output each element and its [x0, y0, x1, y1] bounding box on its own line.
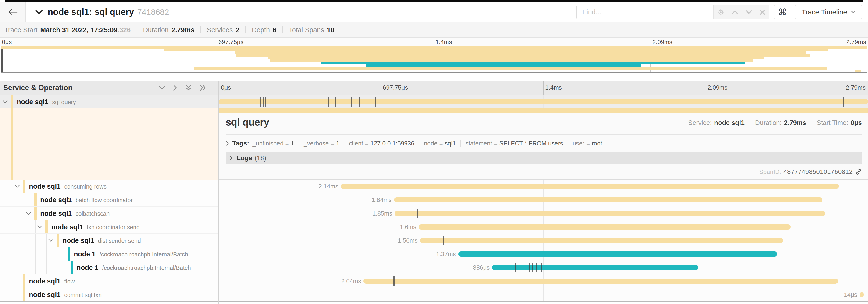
log-marker[interactable]: [260, 97, 261, 107]
log-marker[interactable]: [541, 263, 542, 272]
column-resizer-grip[interactable]: [213, 85, 215, 91]
log-marker[interactable]: [335, 97, 336, 107]
log-marker[interactable]: [264, 97, 264, 107]
row-collapse-chevron-icon[interactable]: [2, 100, 8, 104]
span-bar[interactable]: [219, 99, 868, 104]
span-bar[interactable]: [420, 238, 783, 243]
span-bar[interactable]: [418, 224, 791, 230]
span-bar[interactable]: [364, 278, 838, 284]
log-marker[interactable]: [394, 276, 395, 286]
span-tree-row[interactable]: node 1/cockroach.roachpb.Internal/Batch: [0, 247, 218, 261]
row-collapse-chevron-icon[interactable]: [48, 239, 54, 242]
span-tree-row[interactable]: node 1/cockroach.roachpb.Internal/Batch: [0, 261, 218, 274]
span-bar[interactable]: [492, 265, 699, 270]
collapse-trace-chevron-icon[interactable]: [35, 9, 43, 15]
span-tree-row[interactable]: node sql1batch flow coordinator: [0, 193, 218, 207]
log-marker[interactable]: [367, 276, 367, 286]
back-button[interactable]: [0, 2, 26, 22]
indent-guide: [24, 234, 24, 247]
log-marker[interactable]: [690, 263, 690, 272]
log-marker[interactable]: [393, 276, 394, 286]
log-marker[interactable]: [696, 263, 696, 272]
timeline-root-row[interactable]: [219, 95, 868, 108]
log-marker[interactable]: [238, 97, 238, 107]
span-bar[interactable]: [860, 292, 864, 297]
stat-item: Depth6: [252, 26, 277, 34]
deep-link-icon[interactable]: [855, 168, 862, 175]
log-marker[interactable]: [443, 236, 444, 245]
log-marker[interactable]: [223, 97, 223, 107]
focus-match-icon[interactable]: [717, 9, 724, 15]
log-marker[interactable]: [846, 97, 846, 107]
log-marker[interactable]: [522, 263, 522, 272]
log-marker[interactable]: [252, 97, 252, 107]
panel-divider[interactable]: [218, 80, 219, 304]
tags-row[interactable]: Tags: _unfinished=1_verbose=1client=127.…: [226, 137, 862, 150]
row-collapse-chevron-icon[interactable]: [26, 211, 31, 215]
log-marker[interactable]: [583, 263, 584, 272]
expand-one-icon[interactable]: [173, 84, 178, 91]
minimap-left-handle[interactable]: [1, 46, 3, 72]
span-tree-row[interactable]: node sql1consuming rows: [0, 179, 218, 193]
log-marker[interactable]: [372, 276, 372, 286]
span-tree-row[interactable]: node sql1colbatchscan: [0, 207, 218, 220]
log-marker[interactable]: [837, 276, 837, 286]
service-color-accent: [57, 234, 59, 247]
span-bar[interactable]: [395, 211, 825, 216]
log-marker[interactable]: [536, 263, 536, 272]
keyboard-shortcuts-button[interactable]: ⌘: [774, 5, 790, 20]
log-marker[interactable]: [351, 97, 351, 107]
span-bar[interactable]: [341, 184, 839, 189]
timeline-span-row[interactable]: 2.14ms: [219, 179, 868, 193]
prev-result-icon[interactable]: [731, 10, 738, 14]
minimap-canvas[interactable]: [1, 46, 867, 73]
log-marker[interactable]: [843, 97, 844, 107]
find-input[interactable]: [577, 5, 713, 19]
log-marker[interactable]: [417, 208, 418, 218]
log-marker[interactable]: [498, 263, 498, 272]
span-tree-row[interactable]: node sql1dist sender send: [0, 234, 218, 247]
timeline-span-row[interactable]: 1.84ms: [219, 193, 868, 207]
log-marker[interactable]: [331, 97, 332, 107]
log-marker[interactable]: [334, 97, 334, 107]
log-marker[interactable]: [455, 236, 456, 245]
span-bar[interactable]: [394, 197, 823, 202]
log-marker[interactable]: [532, 263, 533, 272]
log-marker[interactable]: [529, 263, 530, 272]
log-marker[interactable]: [265, 97, 266, 107]
row-collapse-chevron-icon[interactable]: [37, 225, 42, 229]
span-tree-row[interactable]: node sql1txn coordinator send: [0, 220, 218, 234]
timeline-span-row[interactable]: 14μs: [219, 288, 868, 301]
next-result-icon[interactable]: [745, 10, 752, 14]
service-operation-header: Service & Operation: [0, 80, 218, 95]
span-tree-root-row[interactable]: node sql1sql query: [0, 95, 218, 108]
log-marker[interactable]: [360, 97, 360, 107]
span-tree-row[interactable]: node sql1sql query: [0, 95, 218, 108]
timeline-span-row[interactable]: 1.56ms: [219, 234, 868, 247]
timeline-span-row[interactable]: [219, 95, 868, 108]
log-marker[interactable]: [427, 236, 427, 245]
indent-guide: [13, 193, 13, 206]
view-selector-button[interactable]: Trace Timeline: [795, 5, 862, 20]
timeline-span-row[interactable]: 886μs: [219, 261, 868, 274]
logs-row[interactable]: Logs (18): [226, 152, 862, 164]
timeline-span-row[interactable]: 1.37ms: [219, 247, 868, 261]
log-marker[interactable]: [515, 263, 516, 272]
timeline-span-row[interactable]: 2.04ms: [219, 274, 868, 288]
clear-search-icon[interactable]: [760, 9, 766, 15]
expand-all-icon[interactable]: [199, 84, 207, 91]
row-collapse-chevron-icon[interactable]: [14, 184, 20, 188]
collapse-all-icon[interactable]: [185, 84, 192, 91]
gridline: [543, 80, 544, 95]
timeline-span-row[interactable]: 1.85ms: [219, 207, 868, 220]
log-marker[interactable]: [326, 97, 326, 107]
collapse-one-icon[interactable]: [158, 86, 165, 90]
span-tree-row[interactable]: node sql1commit sql txn: [0, 288, 218, 301]
log-marker[interactable]: [375, 97, 376, 107]
log-marker[interactable]: [329, 97, 329, 107]
timeline-span-row[interactable]: 1.6ms: [219, 220, 868, 234]
log-marker[interactable]: [304, 97, 304, 107]
logs-expand-chevron-icon: [229, 156, 233, 161]
span-bar[interactable]: [458, 251, 777, 257]
span-tree-row[interactable]: node sql1flow: [0, 274, 218, 288]
